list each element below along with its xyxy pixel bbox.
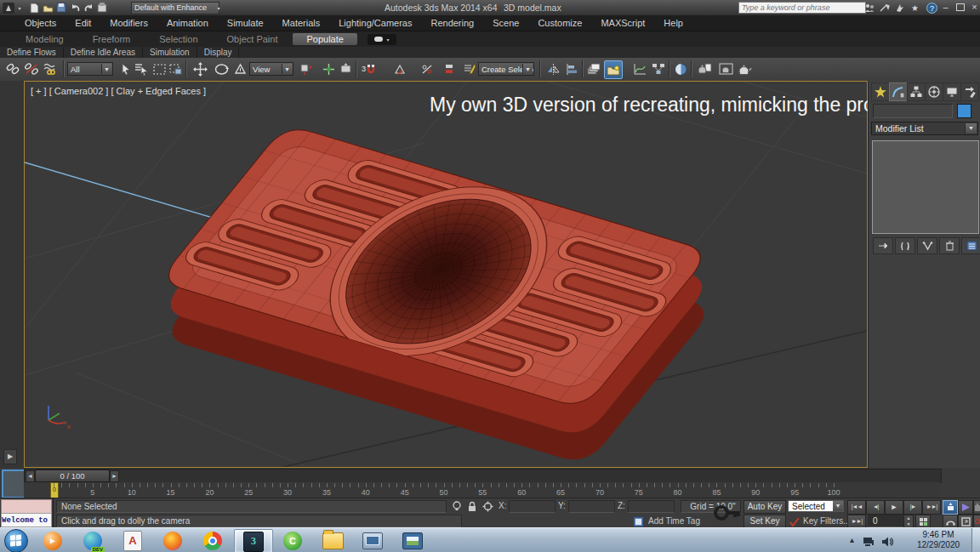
tab-modify[interactable]	[889, 83, 908, 101]
set-key-button[interactable]: Set Key	[744, 515, 786, 528]
logo-menu-caret-icon[interactable]: ▾	[16, 2, 23, 14]
taskbar-app-firefox[interactable]	[154, 529, 191, 552]
ribbon-options-button[interactable]: ▾	[368, 34, 396, 45]
render-setup-button[interactable]	[696, 60, 713, 77]
y-coordinate-field[interactable]	[568, 500, 615, 513]
ribbon-tab-freeform[interactable]: Freeform	[79, 33, 145, 45]
chevron-down-icon[interactable]: ▼	[833, 501, 843, 511]
taskbar-app-edge-dev[interactable]: DEV	[74, 529, 111, 552]
taskbar-app-coreldraw[interactable]: C	[274, 529, 311, 552]
ribbon-panel-simulation[interactable]: Simulation	[143, 47, 197, 58]
tab-hierarchy[interactable]	[907, 83, 926, 101]
tab-utilities[interactable]	[960, 83, 979, 101]
snaps-toggle-button[interactable]: 3	[360, 60, 377, 77]
go-to-start-button[interactable]: |◄◄	[847, 500, 866, 515]
camera-viewport[interactable]: x [ + ] [ Camera002 ] [ Clay + Edged Fac…	[24, 81, 868, 468]
rectangular-selection-region-button[interactable]	[151, 60, 168, 77]
select-and-rotate-button[interactable]	[213, 60, 230, 77]
menu-simulate[interactable]: Simulate	[218, 15, 273, 31]
bind-to-space-warp-button[interactable]	[43, 60, 60, 77]
chevron-down-icon[interactable]: ▼	[101, 64, 111, 74]
curve-editor-button[interactable]	[631, 60, 648, 77]
unlink-selection-button[interactable]	[23, 60, 40, 77]
ribbon-tab-selection[interactable]: Selection	[145, 33, 211, 45]
redo-button[interactable]	[82, 2, 95, 14]
manage-layers-button[interactable]	[585, 60, 602, 77]
angle-snap-toggle-button[interactable]	[391, 60, 408, 77]
time-slider-handle[interactable]: 0 / 100	[35, 469, 110, 482]
reference-coordinate-dropdown[interactable]: View▼	[249, 62, 293, 76]
menu-animation[interactable]: Animation	[157, 15, 218, 31]
menu-edit[interactable]: Edit	[66, 15, 100, 31]
chevron-down-icon[interactable]: ▼	[965, 123, 977, 134]
track-bar[interactable]: 0 51015202530354045505560657075808590951…	[24, 482, 940, 498]
percent-snap-toggle-button[interactable]	[419, 60, 436, 77]
chevron-down-icon[interactable]: ▼	[282, 64, 292, 74]
maxscript-mini-listener[interactable]: Welcome to M	[0, 498, 54, 528]
minimize-button[interactable]: –	[939, 1, 952, 14]
network-icon[interactable]	[863, 535, 875, 550]
auto-key-button[interactable]: Auto Key	[744, 500, 786, 514]
select-by-name-button[interactable]	[133, 60, 150, 77]
show-desktop-button[interactable]	[971, 528, 980, 552]
close-button[interactable]: ×	[968, 1, 980, 14]
spinner-snap-toggle-button[interactable]	[441, 60, 458, 77]
schematic-view-button[interactable]	[650, 60, 667, 77]
key-filters-label[interactable]: Key Filters...	[803, 516, 851, 526]
previous-frame-button[interactable]: ◄	[26, 470, 35, 482]
menu-lighting-cameras[interactable]: Lighting/Cameras	[329, 15, 421, 31]
restore-button[interactable]	[954, 1, 966, 14]
material-editor-button[interactable]	[672, 60, 689, 77]
next-key-button[interactable]: |►	[903, 500, 922, 515]
taskbar-app-notes-app[interactable]: A	[114, 529, 151, 552]
listener-pane[interactable]: Welcome to M	[1, 513, 52, 527]
make-unique-button[interactable]	[917, 237, 937, 254]
tray-clock[interactable]: 9:46 PM 12/29/2020	[912, 530, 965, 550]
taskbar-app-remote-desktop[interactable]	[354, 529, 391, 552]
select-and-scale-button[interactable]	[231, 60, 248, 77]
expand-panel-button[interactable]: ▶	[3, 449, 17, 464]
ribbon-tab-modeling[interactable]: Modeling	[12, 33, 77, 45]
taskbar-app-chrome[interactable]	[194, 529, 231, 552]
tab-motion[interactable]	[925, 83, 943, 101]
previous-key-button[interactable]: ◄|	[866, 500, 885, 515]
notifications-icon[interactable]	[893, 2, 906, 14]
configure-modifier-sets-button[interactable]	[961, 237, 980, 254]
tab-display[interactable]	[943, 83, 961, 101]
menu-materials[interactable]: Materials	[273, 15, 330, 31]
taskbar-app-photo-viewer[interactable]	[394, 529, 431, 552]
render-production-button[interactable]	[736, 60, 753, 77]
truck-camera-hand-icon[interactable]	[973, 500, 980, 515]
ribbon-panel-define-flows[interactable]: Define Flows	[0, 47, 64, 58]
menu-rendering[interactable]: Rendering	[421, 15, 483, 31]
transform-typein-icon[interactable]	[482, 500, 493, 515]
app-logo-icon[interactable]	[2, 2, 15, 14]
tray-expand-icon[interactable]: ▴	[850, 535, 854, 544]
add-time-tag-label[interactable]: Add Time Tag	[648, 516, 700, 526]
menu-maxscript[interactable]: MAXScript	[591, 15, 654, 31]
community-icon[interactable]	[863, 2, 875, 14]
menu-help[interactable]: Help	[654, 15, 692, 31]
save-file-button[interactable]	[54, 2, 68, 14]
dolly-camera-button[interactable]	[943, 500, 958, 515]
named-selection-set-dropdown[interactable]: Create Selection Se▼	[478, 62, 534, 76]
scene-explorer-toggle-button[interactable]	[604, 60, 623, 79]
chevron-down-icon[interactable]: ▼	[522, 64, 533, 74]
select-object-button[interactable]	[117, 60, 134, 77]
menu-objects[interactable]: Objects	[15, 15, 66, 31]
favorites-icon[interactable]: ★	[909, 2, 921, 14]
project-folder-button[interactable]	[95, 2, 109, 14]
play-button[interactable]: ►	[885, 500, 903, 515]
time-slider-track[interactable]: ◄ 0 / 100 ►	[24, 469, 942, 483]
help-icon[interactable]: ?	[926, 2, 938, 14]
z-coordinate-field[interactable]	[628, 500, 675, 513]
undo-button[interactable]	[68, 2, 82, 14]
ribbon-panel-display[interactable]: Display	[197, 47, 240, 58]
pin-stack-button[interactable]	[873, 237, 893, 254]
ribbon-panel-define-idle-areas[interactable]: Define Idle Areas	[64, 47, 143, 58]
signin-icon[interactable]	[878, 2, 891, 14]
modifier-stack[interactable]	[872, 140, 979, 234]
remove-modifier-button[interactable]	[939, 237, 960, 254]
next-frame-button[interactable]: ►	[110, 470, 119, 482]
object-name-field[interactable]	[873, 104, 953, 118]
